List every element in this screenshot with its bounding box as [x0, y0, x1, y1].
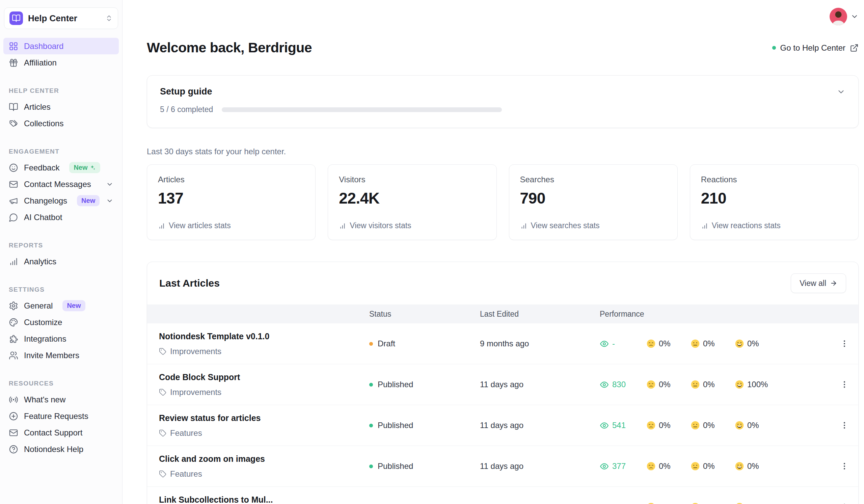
- sidebar: Help Center Dashboard Affiliation HELP C…: [0, 0, 122, 504]
- sad-percent: 0%: [659, 502, 671, 504]
- article-title: Click and zoom on images: [159, 454, 369, 464]
- stat-card-reactions: Reactions 210 View reactions stats: [690, 164, 859, 240]
- happy-emoji-icon: [735, 421, 744, 430]
- sidebar-item-general[interactable]: General New: [3, 297, 119, 314]
- sidebar-item-label: Collections: [24, 119, 63, 128]
- tag-icon: [159, 388, 166, 396]
- neutral-percent: 0%: [703, 502, 715, 504]
- gear-icon: [9, 301, 18, 311]
- sidebar-item-label: Notiondesk Help: [24, 445, 83, 454]
- table-header: Status Last Edited Performance: [147, 304, 858, 323]
- bar-chart-icon: [520, 222, 528, 230]
- sidebar-item-notiondesk-help[interactable]: Notiondesk Help: [3, 441, 119, 457]
- eye-icon: [600, 380, 609, 389]
- sidebar-section-resources: RESOURCES: [0, 380, 122, 387]
- row-menu-button[interactable]: [837, 377, 852, 392]
- last-edited: 11 days ago: [480, 461, 600, 471]
- status-dot: [369, 424, 373, 427]
- happy-percent: 0%: [747, 502, 759, 504]
- view-count: 695: [612, 502, 626, 504]
- sidebar-item-integrations[interactable]: Integrations: [3, 331, 119, 347]
- stats-note: Last 30 days stats for your help center.: [147, 147, 859, 156]
- sidebar-item-collections[interactable]: Collections: [3, 115, 119, 132]
- chevron-down-icon[interactable]: [851, 12, 859, 21]
- view-reactions-stats-link[interactable]: View reactions stats: [701, 221, 848, 230]
- article-category: Improvements: [170, 387, 221, 397]
- table-row[interactable]: Click and zoom on images Features Publis…: [147, 446, 858, 487]
- sidebar-item-whats-new[interactable]: What's new: [3, 391, 119, 408]
- sidebar-item-label: Contact Messages: [24, 180, 91, 189]
- happy-emoji-icon: [735, 339, 744, 348]
- sidebar-item-feedback[interactable]: Feedback New: [3, 159, 119, 176]
- sidebar-item-invite-members[interactable]: Invite Members: [3, 347, 119, 363]
- stat-value: 210: [701, 189, 848, 207]
- row-menu-button[interactable]: [837, 337, 852, 351]
- online-status-dot: [772, 46, 776, 50]
- article-category: Improvements: [170, 347, 221, 356]
- sidebar-item-analytics[interactable]: Analytics: [3, 253, 119, 270]
- setup-guide-card: Setup guide 5 / 6 completed: [147, 75, 859, 128]
- sidebar-item-label: General: [24, 301, 53, 311]
- column-status: Status: [369, 310, 480, 319]
- sidebar-item-changelogs[interactable]: Changelogs New: [3, 192, 119, 209]
- avatar[interactable]: [830, 8, 847, 25]
- stat-label: Visitors: [339, 175, 485, 184]
- view-count: 541: [612, 421, 626, 430]
- stat-label: Searches: [520, 175, 667, 184]
- sidebar-item-feature-requests[interactable]: Feature Requests: [3, 408, 119, 424]
- view-count: -: [612, 339, 615, 348]
- main-content: Welcome back, Berdrigue Go to Help Cente…: [122, 0, 864, 504]
- sidebar-item-label: Integrations: [24, 334, 66, 344]
- sad-percent: 0%: [659, 461, 671, 471]
- users-icon: [9, 351, 18, 360]
- sidebar-item-label: Contact Support: [24, 428, 82, 437]
- go-to-help-center-link[interactable]: Go to Help Center: [772, 43, 859, 53]
- performance-cell: - 0% 0% 0%: [600, 339, 837, 348]
- happy-emoji-icon: [735, 502, 744, 504]
- go-to-help-center-label: Go to Help Center: [780, 43, 845, 53]
- view-articles-stats-link[interactable]: View articles stats: [158, 221, 304, 230]
- row-menu-button[interactable]: [837, 500, 852, 504]
- sad-emoji-icon: [646, 380, 656, 389]
- sidebar-item-contact-support[interactable]: Contact Support: [3, 424, 119, 441]
- sidebar-item-contact-messages[interactable]: Contact Messages: [3, 176, 119, 192]
- view-visitors-stats-link[interactable]: View visitors stats: [339, 221, 485, 230]
- page-title: Welcome back, Berdrigue: [147, 40, 312, 56]
- sidebar-item-customize[interactable]: Customize: [3, 314, 119, 331]
- happy-percent: 0%: [747, 339, 759, 348]
- chevron-down-icon: [106, 181, 113, 188]
- view-all-button[interactable]: View all: [791, 274, 846, 293]
- row-menu-button[interactable]: [837, 459, 852, 473]
- row-menu-button[interactable]: [837, 418, 852, 432]
- table-row[interactable]: Notiondesk Template v0.1.0 Improvements …: [147, 323, 858, 364]
- last-edited: 11 days ago: [480, 380, 600, 389]
- broadcast-icon: [9, 395, 18, 405]
- neutral-emoji-icon: [691, 461, 700, 471]
- stats-cards: Articles 137 View articles stats Visitor…: [147, 164, 859, 240]
- article-category: Features: [170, 428, 202, 438]
- happy-percent: 0%: [747, 461, 759, 471]
- column-last-edited: Last Edited: [480, 310, 600, 319]
- table-row[interactable]: Code Block Support Improvements Publishe…: [147, 364, 858, 405]
- view-searches-stats-link[interactable]: View searches stats: [520, 221, 667, 230]
- chevron-down-icon[interactable]: [837, 87, 845, 96]
- sidebar-item-dashboard[interactable]: Dashboard: [3, 38, 119, 55]
- neutral-percent: 0%: [703, 380, 715, 389]
- sidebar-item-label: Analytics: [24, 257, 56, 266]
- status-dot: [369, 383, 373, 386]
- table-row[interactable]: Link Subcollections to Mul... Features P…: [147, 487, 858, 504]
- new-badge: New: [69, 162, 100, 173]
- sidebar-item-articles[interactable]: Articles: [3, 99, 119, 115]
- bar-chart-icon: [701, 222, 708, 230]
- happy-percent: 0%: [747, 421, 759, 430]
- megaphone-icon: [9, 196, 18, 206]
- sidebar-item-ai-chatbot[interactable]: AI Chatbot: [3, 209, 119, 226]
- status-label: Published: [378, 461, 413, 471]
- last-edited: 11 days ago: [480, 502, 600, 504]
- sidebar-item-affiliation[interactable]: Affiliation: [3, 55, 119, 71]
- gift-icon: [9, 58, 18, 68]
- app-logo: [10, 11, 23, 25]
- table-row[interactable]: Review status for articles Features Publ…: [147, 405, 858, 446]
- workspace-switcher[interactable]: Help Center: [4, 8, 118, 29]
- happy-emoji-icon: [735, 461, 744, 471]
